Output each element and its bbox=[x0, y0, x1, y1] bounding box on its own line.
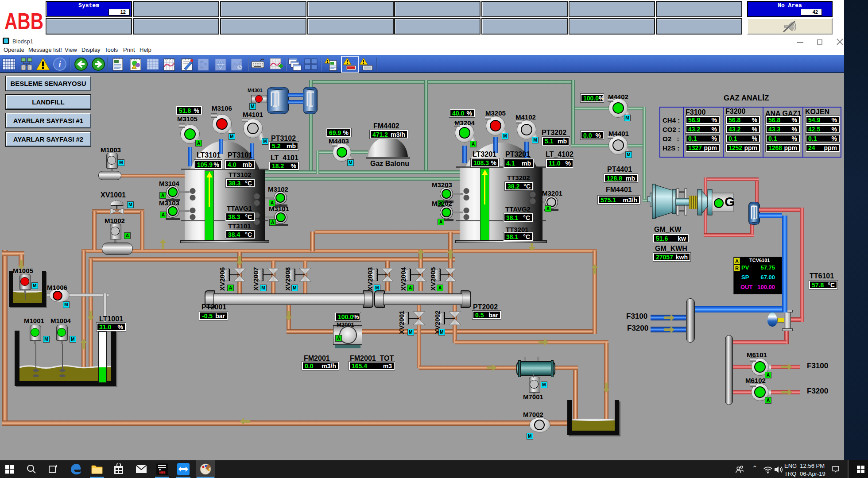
svg-text:ABB: ABB bbox=[4, 10, 43, 34]
svg-text:ABB: ABB bbox=[159, 471, 165, 474]
svg-text:i: i bbox=[58, 59, 61, 69]
